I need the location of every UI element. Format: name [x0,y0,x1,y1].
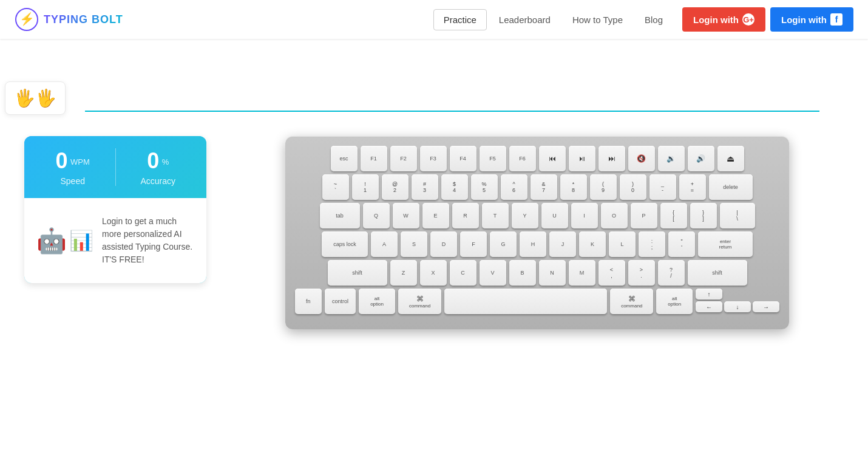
key-f11[interactable]: 🔉 [658,146,685,171]
main-nav: Practice Leaderboard How to Type Blog [433,9,673,30]
key-space[interactable] [444,289,607,314]
key-control[interactable]: control [325,289,356,314]
key-delete[interactable]: delete [709,174,753,200]
key-6[interactable]: ^6 [501,174,527,200]
key-y[interactable]: Y [512,203,538,228]
login-google-button[interactable]: Login with G+ [682,7,765,32]
key-right-alt[interactable]: altoption [656,289,693,314]
key-equals[interactable]: += [679,174,706,200]
key-enter[interactable]: enterreturn [698,231,753,257]
key-f6[interactable]: F6 [509,146,536,171]
stats-card: 0 WPM Speed 0 % Accuracy 🤖 📊 [24,136,206,283]
key-f7[interactable]: ⏮ [539,146,566,171]
key-d[interactable]: D [430,231,457,257]
key-tab[interactable]: tab [320,203,360,228]
key-r[interactable]: R [452,203,479,228]
key-w[interactable]: W [393,203,419,228]
key-eject[interactable]: ⏏ [717,146,744,171]
key-tilde[interactable]: ~` [322,174,349,200]
key-l[interactable]: L [609,231,636,257]
key-f12[interactable]: 🔊 [688,146,714,171]
key-g[interactable]: G [490,231,517,257]
key-e[interactable]: E [422,203,449,228]
nav-leaderboard[interactable]: Leaderboard [489,10,560,30]
key-esc[interactable]: esc [331,146,358,171]
key-lshift[interactable]: shift [328,260,387,286]
key-o[interactable]: O [601,203,628,228]
key-5[interactable]: %5 [471,174,498,200]
stats-illustration: 🤖 📊 [36,227,93,255]
nav-blog[interactable]: Blog [635,10,673,30]
key-rshift[interactable]: shift [688,260,747,286]
key-2[interactable]: @2 [382,174,409,200]
main-content: 🖐️🖐️ 0 WPM Speed 0 % [0,39,868,452]
key-k[interactable]: K [579,231,606,257]
logo[interactable]: ⚡ TYPING BOLT [15,7,123,32]
nav-practice[interactable]: Practice [433,9,487,30]
key-quote[interactable]: "' [668,231,695,257]
key-s[interactable]: S [401,231,427,257]
key-f9[interactable]: ⏭ [598,146,625,171]
key-m[interactable]: M [569,260,595,286]
key-f10[interactable]: 🔇 [628,146,655,171]
key-1[interactable]: !1 [352,174,379,200]
key-0[interactable]: )0 [620,174,646,200]
key-p[interactable]: P [631,203,657,228]
typing-input-line[interactable] [85,87,819,112]
key-period[interactable]: >. [628,260,655,286]
key-u[interactable]: U [541,203,568,228]
bottom-section: 0 WPM Speed 0 % Accuracy 🤖 📊 [0,136,868,329]
accuracy-value: 0 [147,148,159,173]
key-rbracket[interactable]: }] [690,203,717,228]
key-3[interactable]: #3 [412,174,438,200]
key-f[interactable]: F [460,231,487,257]
key-v[interactable]: V [480,260,506,286]
key-f8[interactable]: ⏯ [569,146,595,171]
svg-text:⚡: ⚡ [19,12,35,26]
robot-icon: 🤖 [36,227,67,255]
key-slash[interactable]: ?/ [658,260,685,286]
key-f1[interactable]: F1 [361,146,387,171]
key-minus[interactable]: _- [649,174,676,200]
key-q[interactable]: Q [363,203,390,228]
key-t[interactable]: T [482,203,509,228]
key-7[interactable]: &7 [531,174,557,200]
key-9[interactable]: (9 [590,174,617,200]
login-facebook-button[interactable]: Login with f [770,7,853,32]
key-8[interactable]: *8 [560,174,587,200]
login-facebook-label: Login with [781,15,827,25]
key-b[interactable]: B [509,260,536,286]
key-down[interactable]: ↓ [724,301,751,312]
key-lbracket[interactable]: {[ [660,203,687,228]
key-left-command[interactable]: ⌘command [398,289,441,314]
key-x[interactable]: X [420,260,447,286]
key-c[interactable]: C [450,260,476,286]
typing-area [0,39,868,124]
key-f5[interactable]: F5 [480,146,506,171]
key-n[interactable]: N [539,260,566,286]
key-semicolon[interactable]: :; [639,231,665,257]
key-right-command[interactable]: ⌘command [610,289,653,314]
key-h[interactable]: H [520,231,546,257]
key-j[interactable]: J [549,231,576,257]
key-4[interactable]: $4 [441,174,468,200]
key-f3[interactable]: F3 [420,146,447,171]
key-fn[interactable]: fn [295,289,322,314]
key-capslock[interactable]: caps lock [322,231,368,257]
key-i[interactable]: I [571,203,598,228]
key-left-alt[interactable]: altoption [359,289,395,314]
key-f2[interactable]: F2 [390,146,417,171]
key-left[interactable]: ← [696,301,722,312]
accuracy-stat: 0 % Accuracy [122,148,195,186]
key-a[interactable]: A [371,231,398,257]
accuracy-display: 0 % [122,148,195,174]
google-icon: G+ [742,13,754,26]
key-f4[interactable]: F4 [450,146,476,171]
key-up[interactable]: ↑ [696,289,722,300]
key-backslash[interactable]: |\ [720,203,755,228]
key-comma[interactable]: <, [598,260,625,286]
stats-bottom: 🤖 📊 Login to get a much more personalize… [24,198,206,283]
key-right[interactable]: → [753,301,779,312]
key-z[interactable]: Z [390,260,417,286]
nav-how-to-type[interactable]: How to Type [563,10,632,30]
